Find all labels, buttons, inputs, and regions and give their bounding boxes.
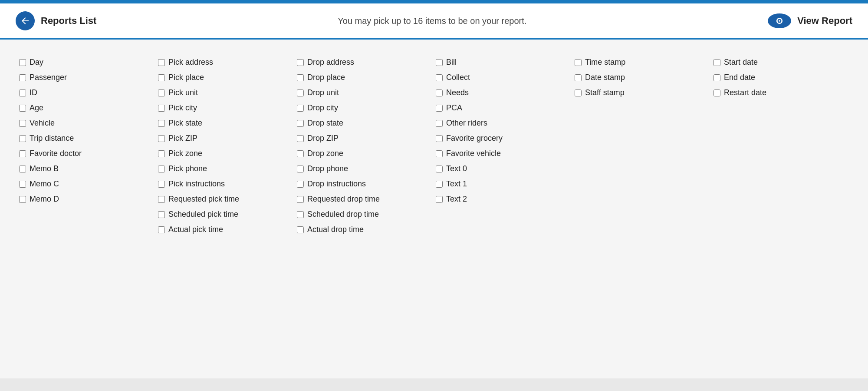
label-vehicle: Vehicle [30,119,55,128]
label-pick_city: Pick city [168,103,197,113]
label-memo_c: Memo C [30,179,59,189]
checkbox-pca[interactable] [436,105,443,112]
checkbox-scheduled_drop_time[interactable] [297,211,304,218]
reports-list-label: Reports List [41,15,96,27]
checkbox-pick_instructions[interactable] [158,181,165,188]
checkbox-pick_place[interactable] [158,74,165,81]
checkbox-item-drop_unit: Drop unit [295,86,434,100]
label-other_riders: Other riders [446,119,487,128]
checkbox-favorite_doctor[interactable] [19,150,26,157]
label-text2: Text 2 [446,195,467,204]
checkbox-item-passenger: Passenger [17,70,156,85]
label-end_date: End date [724,73,755,82]
svg-point-4 [779,20,780,22]
checkbox-age[interactable] [19,105,26,112]
checkbox-pick_phone[interactable] [158,166,165,172]
checkbox-drop_zip[interactable] [297,135,304,142]
checkbox-item-pick_instructions: Pick instructions [156,177,295,191]
header-left: Reports List [16,11,96,30]
checkbox-item-drop_place: Drop place [295,70,434,85]
checkbox-pick_zone[interactable] [158,150,165,157]
checkbox-drop_city[interactable] [297,105,304,112]
checkbox-item-pick_place: Pick place [156,70,295,85]
checkbox-drop_place[interactable] [297,74,304,81]
checkbox-memo_c[interactable] [19,181,26,188]
checkbox-item-day: Day [17,55,156,70]
checkbox-item-restart_date: Restart date [712,86,851,100]
checkbox-item-time_stamp: Time stamp [573,55,712,70]
checkbox-time_stamp[interactable] [575,59,582,66]
checkbox-pick_unit[interactable] [158,89,165,96]
checkbox-bill[interactable] [436,59,443,66]
checkbox-item-pick_unit: Pick unit [156,86,295,100]
label-drop_zone: Drop zone [307,149,343,158]
label-text1: Text 1 [446,179,467,189]
checkbox-start_date[interactable] [713,59,720,66]
checkbox-item-drop_instructions: Drop instructions [295,177,434,191]
checkbox-id[interactable] [19,89,26,96]
checkbox-grid: DayPassengerIDAgeVehicleTrip distanceFav… [17,55,851,237]
checkbox-pick_zip[interactable] [158,135,165,142]
checkbox-passenger[interactable] [19,74,26,81]
checkbox-requested_pick_time[interactable] [158,196,165,203]
label-id: ID [30,88,37,97]
checkbox-item-age: Age [17,101,156,115]
label-drop_phone: Drop phone [307,164,348,173]
checkbox-needs[interactable] [436,89,443,96]
label-drop_city: Drop city [307,103,338,113]
label-actual_pick_time: Actual pick time [168,225,223,234]
checkbox-item-scheduled_pick_time: Scheduled pick time [156,207,295,222]
label-pick_phone: Pick phone [168,164,207,173]
checkbox-trip_distance[interactable] [19,135,26,142]
checkbox-item-pick_city: Pick city [156,101,295,115]
checkbox-drop_phone[interactable] [297,166,304,172]
checkbox-day[interactable] [19,59,26,66]
checkbox-actual_pick_time[interactable] [158,226,165,233]
checkbox-actual_drop_time[interactable] [297,226,304,233]
label-trip_distance: Trip distance [30,134,74,143]
checkbox-item-actual_pick_time: Actual pick time [156,222,295,237]
checkbox-pick_city[interactable] [158,105,165,112]
label-pick_instructions: Pick instructions [168,179,225,189]
checkbox-item-favorite_grocery: Favorite grocery [434,131,573,146]
column-col6: Start dateEnd dateRestart date [712,55,851,237]
checkbox-favorite_grocery[interactable] [436,135,443,142]
checkbox-text2[interactable] [436,196,443,203]
header-right: View Report [768,13,852,28]
label-drop_unit: Drop unit [307,88,339,97]
checkbox-text0[interactable] [436,166,443,172]
checkbox-item-collect: Collect [434,70,573,85]
checkbox-requested_drop_time[interactable] [297,196,304,203]
column-col1: DayPassengerIDAgeVehicleTrip distanceFav… [17,55,156,237]
checkbox-drop_address[interactable] [297,59,304,66]
column-col3: Drop addressDrop placeDrop unitDrop city… [295,55,434,237]
label-requested_drop_time: Requested drop time [307,195,380,204]
main-content: DayPassengerIDAgeVehicleTrip distanceFav… [0,40,868,378]
checkbox-vehicle[interactable] [19,120,26,127]
checkbox-drop_unit[interactable] [297,89,304,96]
label-memo_d: Memo D [30,195,59,204]
checkbox-collect[interactable] [436,74,443,81]
label-restart_date: Restart date [724,88,766,97]
checkbox-other_riders[interactable] [436,120,443,127]
back-button[interactable] [16,11,35,30]
checkbox-restart_date[interactable] [713,89,720,96]
checkbox-scheduled_pick_time[interactable] [158,211,165,218]
checkbox-pick_address[interactable] [158,59,165,66]
checkbox-item-pick_state: Pick state [156,116,295,130]
checkbox-drop_zone[interactable] [297,150,304,157]
checkbox-drop_instructions[interactable] [297,181,304,188]
label-favorite_doctor: Favorite doctor [30,149,82,158]
checkbox-staff_stamp[interactable] [575,89,582,96]
checkbox-memo_d[interactable] [19,196,26,203]
checkbox-drop_state[interactable] [297,120,304,127]
checkbox-date_stamp[interactable] [575,74,582,81]
checkbox-item-date_stamp: Date stamp [573,70,712,85]
checkbox-favorite_vehicle[interactable] [436,150,443,157]
checkbox-memo_b[interactable] [19,166,26,172]
checkbox-end_date[interactable] [713,74,720,81]
checkbox-text1[interactable] [436,181,443,188]
checkbox-pick_state[interactable] [158,120,165,127]
view-report-button[interactable] [768,13,791,28]
checkbox-item-memo_c: Memo C [17,177,156,191]
